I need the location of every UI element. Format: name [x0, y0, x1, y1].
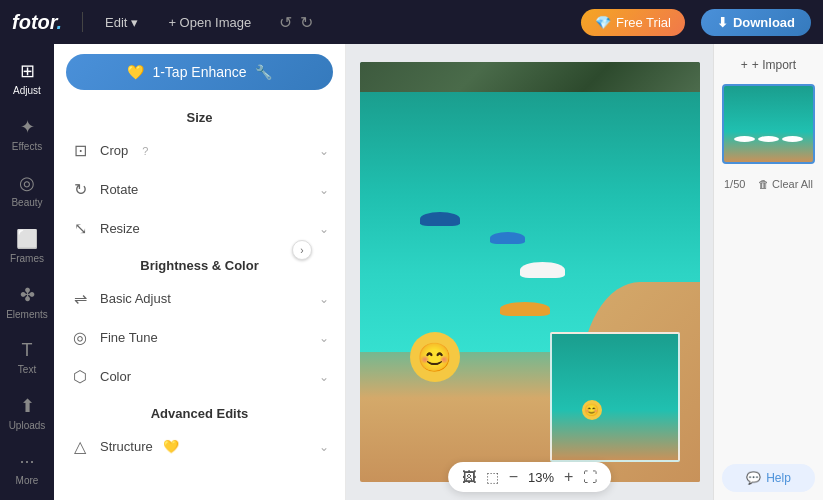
thumb-boats	[734, 112, 803, 142]
frames-icon: ⬜	[16, 228, 38, 250]
resize-icon: ⤡	[70, 219, 90, 238]
resize-chevron: ⌄	[319, 222, 329, 236]
structure-icon: △	[70, 437, 90, 456]
redo-button[interactable]: ↻	[300, 13, 313, 32]
logo: fotor.	[12, 11, 62, 34]
basic-adjust-chevron: ⌄	[319, 292, 329, 306]
image-container: 😊 😊	[360, 62, 700, 482]
header-divider	[82, 12, 83, 32]
boat-4	[500, 302, 550, 316]
zoom-toolbar: 🖼 ⬚ − 13% + ⛶	[448, 462, 612, 492]
fullscreen-icon[interactable]: ⛶	[583, 469, 597, 485]
main-layout: ⊞ Adjust ✦ Effects ◎ Beauty ⬜ Frames ✤ E…	[0, 44, 823, 500]
left-sidebar: ⊞ Adjust ✦ Effects ◎ Beauty ⬜ Frames ✤ E…	[0, 44, 54, 500]
crop-chevron: ⌄	[319, 144, 329, 158]
thumb-boat-1	[734, 136, 755, 142]
free-trial-button[interactable]: 💎 Free Trial	[581, 9, 685, 36]
clear-all-button[interactable]: 🗑 Clear All	[758, 178, 813, 190]
crop-item[interactable]: ⊡ Crop ? ⌄	[54, 131, 345, 170]
panel-collapse-handle[interactable]: ›	[292, 240, 312, 260]
crop-help-icon: ?	[142, 145, 148, 157]
boat-1	[420, 212, 460, 226]
more-icon: ···	[19, 451, 34, 472]
color-chevron: ⌄	[319, 370, 329, 384]
fine-tune-icon: ◎	[70, 328, 90, 347]
advanced-section-title: Advanced Edits	[54, 396, 345, 427]
rotate-item[interactable]: ↻ Rotate ⌄	[54, 170, 345, 209]
boat-2	[490, 232, 525, 244]
edit-menu[interactable]: Edit ▾	[99, 11, 144, 34]
main-image: 😊 😊	[360, 62, 700, 482]
color-item[interactable]: ⬡ Color ⌄	[54, 357, 345, 396]
fine-tune-item[interactable]: ◎ Fine Tune ⌄	[54, 318, 345, 357]
canvas-area[interactable]: 😊 😊 🖼 ⬚ − 13% + ⛶	[346, 44, 713, 500]
color-icon: ⬡	[70, 367, 90, 386]
basic-adjust-item[interactable]: ⇌ Basic Adjust ⌄	[54, 279, 345, 318]
crop-icon: ⊡	[70, 141, 90, 160]
beauty-icon: ◎	[19, 172, 35, 194]
elements-icon: ✤	[20, 284, 35, 306]
download-button[interactable]: ⬇ Download	[701, 9, 811, 36]
help-button[interactable]: 💬 Help	[722, 464, 815, 492]
sidebar-thumbnail[interactable]	[722, 84, 815, 164]
uploads-icon: ⬆	[20, 395, 35, 417]
sidebar-item-beauty[interactable]: ◎ Beauty	[0, 164, 54, 216]
thumb-boat-2	[758, 136, 779, 142]
sidebar-item-elements[interactable]: ✤ Elements	[0, 276, 54, 328]
undo-button[interactable]: ↺	[279, 13, 292, 32]
sidebar-item-frames[interactable]: ⬜ Frames	[0, 220, 54, 272]
smiley-sticker[interactable]: 😊	[410, 332, 460, 382]
text-icon: T	[22, 340, 33, 361]
sidebar-item-more[interactable]: ··· More	[0, 443, 54, 494]
structure-chevron: ⌄	[319, 440, 329, 454]
enhance-button[interactable]: 💛 1-Tap Enhance 🔧	[66, 54, 333, 90]
right-sidebar: + + Import 1/50 🗑 Clear All 💬 Help	[713, 44, 823, 500]
image-counter: 1/50	[724, 178, 745, 190]
basic-adjust-icon: ⇌	[70, 289, 90, 308]
fine-tune-chevron: ⌄	[319, 331, 329, 345]
adjust-icon: ⊞	[20, 60, 35, 82]
structure-item[interactable]: △ Structure 💛 ⌄	[54, 427, 345, 466]
thumb-boat-3	[782, 136, 803, 142]
import-button[interactable]: + + Import	[722, 52, 815, 78]
open-image-button[interactable]: + Open Image	[160, 11, 259, 34]
zoom-level: 13%	[528, 470, 554, 485]
thumbnail-overlay: 😊	[550, 332, 680, 462]
counter-bar: 1/50 🗑 Clear All	[722, 172, 815, 196]
undo-redo-group: ↺ ↻	[279, 13, 313, 32]
rotate-chevron: ⌄	[319, 183, 329, 197]
image-mode-icon[interactable]: 🖼	[462, 469, 476, 485]
size-section-title: Size	[54, 100, 345, 131]
effects-icon: ✦	[20, 116, 35, 138]
sidebar-item-text[interactable]: T Text	[0, 332, 54, 383]
zoom-out-button[interactable]: −	[509, 468, 518, 486]
crop-mode-icon[interactable]: ⬚	[486, 469, 499, 485]
thumb-smiley: 😊	[582, 400, 602, 420]
header: fotor. Edit ▾ + Open Image ↺ ↻ 💎 Free Tr…	[0, 0, 823, 44]
sidebar-item-effects[interactable]: ✦ Effects	[0, 108, 54, 160]
sidebar-item-uploads[interactable]: ⬆ Uploads	[0, 387, 54, 439]
zoom-in-button[interactable]: +	[564, 468, 573, 486]
adjust-panel: 💛 1-Tap Enhance 🔧 Size ⊡ Crop ? ⌄ ↻ Rota…	[54, 44, 346, 500]
rotate-icon: ↻	[70, 180, 90, 199]
boat-3	[520, 262, 565, 278]
sidebar-item-adjust[interactable]: ⊞ Adjust	[0, 52, 54, 104]
